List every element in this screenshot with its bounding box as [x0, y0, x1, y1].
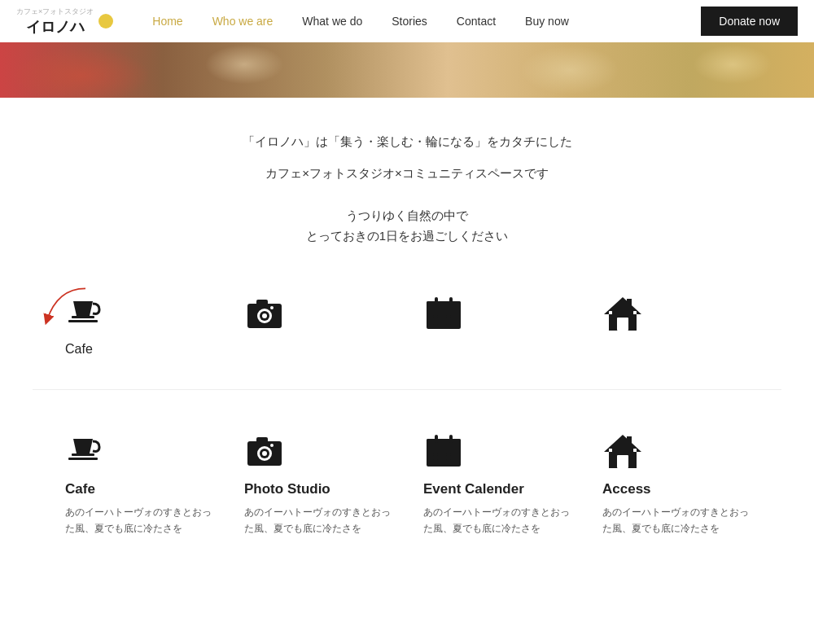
svg-rect-22 — [609, 311, 612, 314]
svg-point-7 — [270, 306, 274, 309]
svg-rect-17 — [437, 322, 440, 325]
nav-buy-now[interactable]: Buy now — [510, 0, 584, 42]
svg-rect-14 — [444, 315, 447, 318]
svg-rect-10 — [435, 297, 438, 305]
svg-rect-11 — [449, 297, 453, 305]
arrow-annotation — [24, 285, 98, 337]
main-content: 「イロノハ」は「集う・楽しむ・輪になる」をカタチにした カフェ×フォトスタジオ×… — [0, 98, 814, 277]
svg-rect-42 — [437, 459, 440, 462]
donate-button[interactable]: Donate now — [701, 7, 798, 36]
svg-rect-41 — [431, 459, 434, 462]
svg-rect-18 — [444, 322, 447, 325]
photo-icon-bottom — [244, 431, 285, 471]
nav-what-we-do[interactable]: What we do — [287, 0, 377, 42]
bottom-photo-section[interactable]: Photo Studio あのイーハトーヴォのすきとおった風、夏でも底に冷たさを — [244, 431, 391, 537]
calendar-title: Event Calender — [423, 481, 524, 497]
nav-contact[interactable]: Contact — [442, 0, 510, 42]
svg-rect-35 — [435, 435, 438, 443]
svg-rect-36 — [449, 435, 453, 443]
svg-rect-46 — [617, 455, 628, 468]
logo-subtitle: カフェ×フォトスタジオ — [16, 7, 94, 17]
logo-circle — [98, 14, 113, 28]
calendar-icon — [423, 293, 464, 334]
logo[interactable]: カフェ×フォトスタジオ イロノハ — [16, 7, 113, 37]
main-nav: Home Who we are What we do Stories Conta… — [138, 0, 701, 42]
photo-desc: あのイーハトーヴォのすきとおった風、夏でも底に冷たさを — [244, 504, 391, 537]
nav-who-we-are[interactable]: Who we are — [198, 0, 288, 42]
tagline-2: カフェ×フォトスタジオ×コミュニティスペースです — [16, 162, 798, 184]
svg-rect-9 — [427, 301, 461, 311]
svg-rect-21 — [617, 318, 628, 331]
svg-rect-43 — [444, 459, 447, 462]
svg-rect-40 — [450, 453, 453, 456]
svg-rect-24 — [627, 299, 632, 307]
bottom-calendar-section[interactable]: Event Calender あのイーハトーヴォのすきとおった風、夏でも底に冷た… — [423, 431, 570, 537]
access-title: Access — [602, 481, 651, 497]
svg-rect-13 — [437, 315, 440, 318]
svg-rect-12 — [431, 315, 434, 318]
header: カフェ×フォトスタジオ イロノハ Home Who we are What we… — [0, 0, 814, 42]
house-icon-bottom — [602, 431, 643, 471]
svg-rect-3 — [256, 300, 268, 305]
svg-rect-26 — [68, 458, 98, 460]
tagline-1: 「イロノハ」は「集う・楽しむ・輪になる」をカタチにした — [16, 130, 798, 152]
svg-rect-38 — [437, 453, 440, 456]
svg-rect-37 — [431, 453, 434, 456]
svg-rect-44 — [450, 459, 453, 462]
nav-stories[interactable]: Stories — [377, 0, 442, 42]
top-house-col[interactable] — [602, 293, 749, 334]
bottom-access-section[interactable]: Access あのイーハトーヴォのすきとおった風、夏でも底に冷たさを — [602, 431, 749, 537]
svg-point-31 — [262, 451, 267, 456]
svg-rect-28 — [256, 437, 268, 443]
top-cafe-label: Cafe — [65, 342, 93, 357]
svg-point-6 — [262, 313, 267, 318]
svg-rect-34 — [427, 439, 461, 449]
photo-icon — [244, 293, 285, 334]
svg-rect-15 — [450, 315, 453, 318]
cafe-title: Cafe — [65, 481, 95, 497]
tagline-3: うつりゆく自然の中で — [16, 208, 798, 224]
photo-title: Photo Studio — [244, 481, 330, 497]
svg-rect-23 — [633, 311, 637, 314]
house-icon — [602, 293, 643, 334]
cafe-icon-bottom — [65, 431, 106, 471]
svg-rect-49 — [627, 436, 632, 445]
hero-image — [0, 42, 814, 98]
svg-point-32 — [270, 444, 274, 447]
logo-text: イロノハ — [26, 17, 85, 37]
svg-rect-39 — [444, 453, 447, 456]
bottom-cafe-section[interactable]: Cafe あのイーハトーヴォのすきとおった風、夏でも底に冷たさを — [65, 431, 212, 537]
svg-rect-25 — [72, 453, 94, 456]
nav-home[interactable]: Home — [138, 0, 197, 42]
calendar-desc: あのイーハトーヴォのすきとおった風、夏でも底に冷たさを — [423, 504, 570, 537]
cafe-desc: あのイーハトーヴォのすきとおった風、夏でも底に冷たさを — [65, 504, 212, 537]
access-desc: あのイーハトーヴォのすきとおった風、夏でも底に冷たさを — [602, 504, 749, 537]
top-icons-section: Cafe — [0, 277, 814, 365]
calendar-icon-bottom — [423, 431, 464, 471]
svg-rect-19 — [450, 322, 453, 325]
section-divider — [33, 389, 781, 390]
svg-rect-48 — [633, 449, 637, 452]
top-calendar-col[interactable] — [423, 293, 570, 334]
svg-rect-47 — [609, 449, 612, 452]
tagline-4: とっておきの1日をお過ごしください — [16, 229, 798, 244]
bottom-sections: Cafe あのイーハトーヴォのすきとおった風、夏でも底に冷たさを Photo S… — [0, 414, 814, 562]
top-photo-col[interactable] — [244, 293, 391, 334]
svg-rect-16 — [431, 322, 434, 325]
